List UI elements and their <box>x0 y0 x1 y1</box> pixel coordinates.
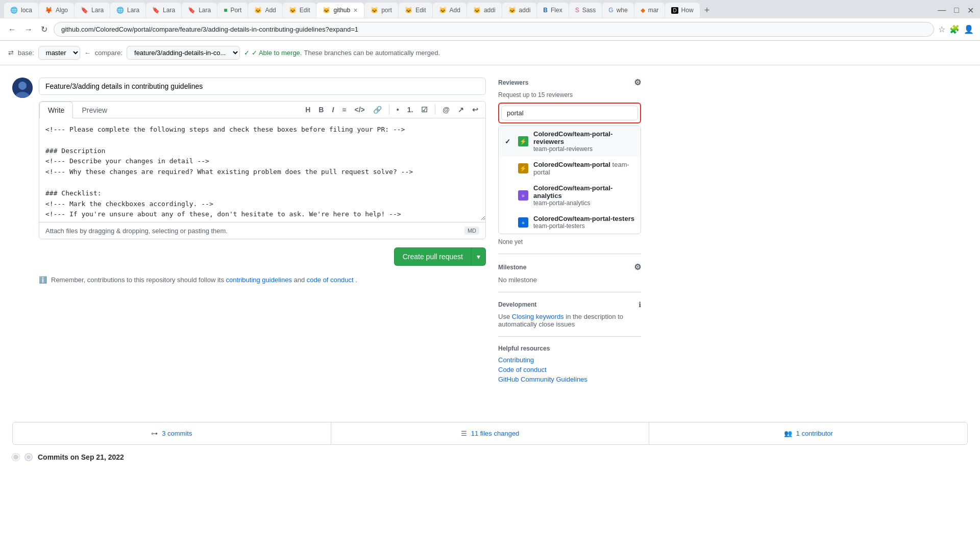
heading-button[interactable]: H <box>302 104 313 116</box>
check-icon: ✓ <box>244 49 250 57</box>
tab-mar[interactable]: ◆mar <box>634 3 665 18</box>
bookmark-icon[interactable]: ☆ <box>938 24 945 34</box>
tab-addi2[interactable]: 🐱addi <box>502 3 537 18</box>
svg-text:⚡: ⚡ <box>520 138 527 145</box>
code-button[interactable]: </> <box>352 104 368 116</box>
tab-loca[interactable]: 🌐loca <box>4 3 38 18</box>
files-icon: ☰ <box>461 430 467 437</box>
tab-lara4[interactable]: 🔖Lara <box>182 3 217 18</box>
extension-icon[interactable]: 🧩 <box>949 24 960 34</box>
team-avatar-portal: ⚡ <box>518 163 528 173</box>
tab-edit2[interactable]: 🐱Edit <box>399 3 432 18</box>
milestone-gear-icon[interactable]: ⚙ <box>634 262 641 272</box>
mention-button[interactable]: @ <box>439 104 453 116</box>
commit-dot-icon <box>26 454 32 460</box>
check-icon: ✓ <box>505 138 513 145</box>
team-avatar-analytics: ≡ <box>518 190 528 201</box>
italic-button[interactable]: I <box>329 104 337 116</box>
tab-port[interactable]: ■Port <box>217 3 248 18</box>
tab-algo[interactable]: 🦊Algo <box>39 3 74 18</box>
tab-lara3[interactable]: 🔖Lara <box>146 3 181 18</box>
contributing-resource-link[interactable]: Contributing <box>498 356 641 364</box>
tab-close-icon[interactable]: ✕ <box>353 7 358 14</box>
task-list-button[interactable]: ☑ <box>418 104 431 116</box>
undo-button[interactable]: ↩ <box>469 104 481 116</box>
reviewer-item-testers[interactable]: ≡ ColoredCow/team-portal-testers team-po… <box>499 211 641 234</box>
compare-branch-select[interactable]: feature/3/adding-details-in-co... <box>127 46 240 60</box>
create-pr-dropdown-button[interactable]: ▾ <box>472 248 485 265</box>
info-icon: ℹ️ <box>39 276 47 284</box>
page-content: ⇄ base: master ← compare: feature/3/addi… <box>0 41 980 551</box>
contributors-icon: 👥 <box>784 430 792 437</box>
tab-add2[interactable]: 🐱Add <box>433 3 467 18</box>
back-button[interactable]: ← <box>6 23 18 36</box>
reference-button[interactable]: ↗ <box>455 104 467 116</box>
bold-button[interactable]: B <box>315 104 327 116</box>
pr-title-input[interactable]: Feature/3/adding details in contributing… <box>39 78 486 95</box>
avatar <box>12 78 33 98</box>
resources-title: Helpful resources <box>498 345 641 352</box>
reviewer-item-portal-reviewers[interactable]: ✓ ⚡ ColoredCow/team-portal-reviewers tea… <box>499 126 641 157</box>
helpful-resources-section: Helpful resources Contributing Code of c… <box>498 345 641 393</box>
contributors-stat[interactable]: 👥 1 contributor <box>649 422 967 444</box>
reviewer-info-portal-reviewers: ColoredCow/team-portal-reviewers team-po… <box>533 130 634 153</box>
close-button[interactable]: ✕ <box>965 4 976 17</box>
create-pr-button[interactable]: Create pull request <box>395 248 472 265</box>
address-input[interactable]: github.com/ColoredCow/portal/compare/fea… <box>54 22 934 37</box>
editor-textarea[interactable]: <!--- Please complete the following step… <box>39 118 485 220</box>
editor-footer: Attach files by dragging & dropping, sel… <box>39 222 485 239</box>
attach-label: Attach files by dragging & dropping, sel… <box>45 227 228 235</box>
commits-stat[interactable]: ⊶ 3 commits <box>13 422 331 444</box>
tab-edit1[interactable]: 🐱Edit <box>283 3 316 18</box>
swap-icon: ⇄ <box>8 49 14 57</box>
tab-preview[interactable]: Preview <box>73 102 116 118</box>
reviewer-search-input[interactable] <box>501 106 638 120</box>
forward-button[interactable]: → <box>22 23 35 36</box>
tab-addi1[interactable]: 🐱addi <box>467 3 502 18</box>
link-button[interactable]: 🔗 <box>370 104 385 116</box>
minimize-button[interactable]: — <box>936 4 948 17</box>
base-branch-select[interactable]: master <box>38 46 80 60</box>
commits-icon: ⊶ <box>151 430 158 437</box>
tab-add1[interactable]: 🐱Add <box>248 3 282 18</box>
tab-port2[interactable]: 🐱port <box>364 3 398 18</box>
quote-button[interactable]: ≡ <box>339 104 349 116</box>
contributing-link[interactable]: contributing guidelines <box>226 276 292 284</box>
tab-github-active[interactable]: 🐱github✕ <box>316 3 364 18</box>
files-changed-stat[interactable]: ☰ 11 files changed <box>331 422 650 444</box>
base-label: base: <box>18 49 34 57</box>
editor-toolbar: H B I ≡ </> 🔗 • 1. ☑ <box>298 102 485 118</box>
commits-label: 3 commits <box>162 430 192 437</box>
reviewer-search-container <box>498 103 641 123</box>
community-guidelines-link[interactable]: GitHub Community Guidelines <box>498 375 641 383</box>
pr-header: Feature/3/adding details in contributing… <box>12 78 486 284</box>
tab-sass[interactable]: SSass <box>569 3 602 18</box>
tab-whe[interactable]: Gwhe <box>602 3 633 18</box>
refresh-button[interactable]: ↻ <box>39 22 50 36</box>
new-tab-button[interactable]: + <box>700 5 714 16</box>
profile-icon[interactable]: 👤 <box>964 24 974 34</box>
info-and: and <box>294 276 307 284</box>
reviewers-gear-icon[interactable]: ⚙ <box>634 78 641 87</box>
closing-keywords-link[interactable]: Closing keywords <box>512 313 564 320</box>
reviewer-item-analytics[interactable]: ≡ ColoredCow/team-portal-analytics team-… <box>499 180 641 211</box>
info-period: . <box>355 276 357 284</box>
code-of-conduct-resource-link[interactable]: Code of conduct <box>498 366 641 373</box>
reviewer-item-portal[interactable]: ⚡ ColoredCow/team-portal team-portal <box>499 157 641 180</box>
tab-how[interactable]: DHow <box>665 3 699 18</box>
ordered-list-button[interactable]: 1. <box>404 104 416 116</box>
tab-flex[interactable]: BFlex <box>537 3 568 18</box>
info-bar: ℹ️ Remember, contributions to this repos… <box>39 276 486 284</box>
commits-section: Commits on Sep 21, 2022 <box>0 453 980 461</box>
code-of-conduct-link[interactable]: code of conduct <box>307 276 354 284</box>
tab-lara2[interactable]: 🌐Lara <box>110 3 145 18</box>
tab-write[interactable]: Write <box>39 102 73 118</box>
info-text: Remember, contributions to this reposito… <box>51 276 357 284</box>
milestone-title: Milestone <box>498 264 526 271</box>
development-text: Use Closing keywords in the description … <box>498 313 641 328</box>
tab-lara1[interactable]: 🔖Lara <box>75 3 110 18</box>
submit-btn-group: Create pull request ▾ <box>394 247 486 266</box>
maximize-button[interactable]: □ <box>952 4 961 17</box>
unordered-list-button[interactable]: • <box>394 104 402 116</box>
development-header: Development ℹ <box>498 300 641 309</box>
